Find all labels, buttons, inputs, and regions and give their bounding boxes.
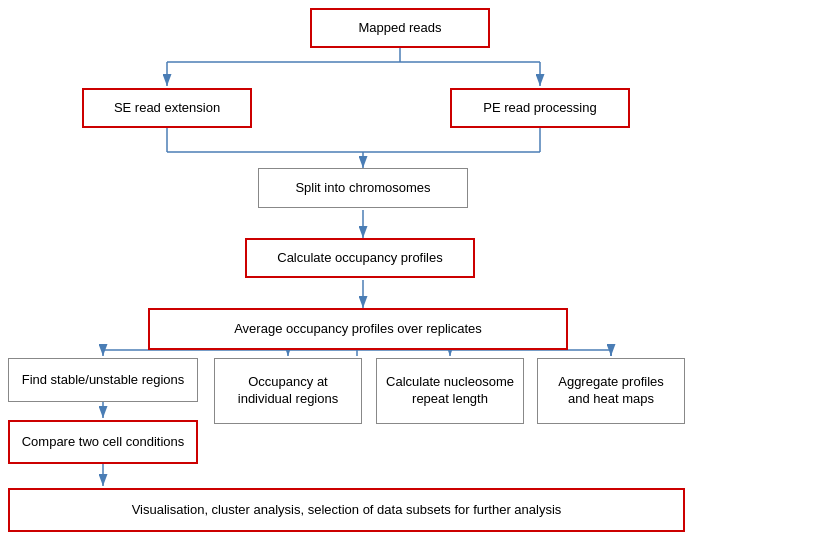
- se-read-node: SE read extension: [82, 88, 252, 128]
- compare-cells-node: Compare two cell conditions: [8, 420, 198, 464]
- mapped-reads-node: Mapped reads: [310, 8, 490, 48]
- mapped-reads-label: Mapped reads: [358, 20, 441, 37]
- find-stable-label: Find stable/unstable regions: [22, 372, 185, 389]
- split-chrom-node: Split into chromosomes: [258, 168, 468, 208]
- avg-occ-node: Average occupancy profiles over replicat…: [148, 308, 568, 350]
- calc-occ-node: Calculate occupancy profiles: [245, 238, 475, 278]
- calc-nucl-node: Calculate nucleosome repeat length: [376, 358, 524, 424]
- agg-profiles-node: Aggregate profiles and heat maps: [537, 358, 685, 424]
- agg-profiles-label: Aggregate profiles and heat maps: [546, 374, 676, 408]
- visualisation-label: Visualisation, cluster analysis, selecti…: [132, 502, 562, 519]
- pe-read-node: PE read processing: [450, 88, 630, 128]
- calc-nucl-label: Calculate nucleosome repeat length: [385, 374, 515, 408]
- se-read-label: SE read extension: [114, 100, 220, 117]
- pe-read-label: PE read processing: [483, 100, 596, 117]
- split-chrom-label: Split into chromosomes: [295, 180, 430, 197]
- visualisation-node: Visualisation, cluster analysis, selecti…: [8, 488, 685, 532]
- occ-individual-label: Occupancy at individual regions: [223, 374, 353, 408]
- avg-occ-label: Average occupancy profiles over replicat…: [234, 321, 482, 338]
- compare-cells-label: Compare two cell conditions: [22, 434, 185, 451]
- occ-individual-node: Occupancy at individual regions: [214, 358, 362, 424]
- find-stable-node: Find stable/unstable regions: [8, 358, 198, 402]
- workflow-diagram: Mapped reads SE read extension PE read p…: [0, 0, 834, 540]
- calc-occ-label: Calculate occupancy profiles: [277, 250, 442, 267]
